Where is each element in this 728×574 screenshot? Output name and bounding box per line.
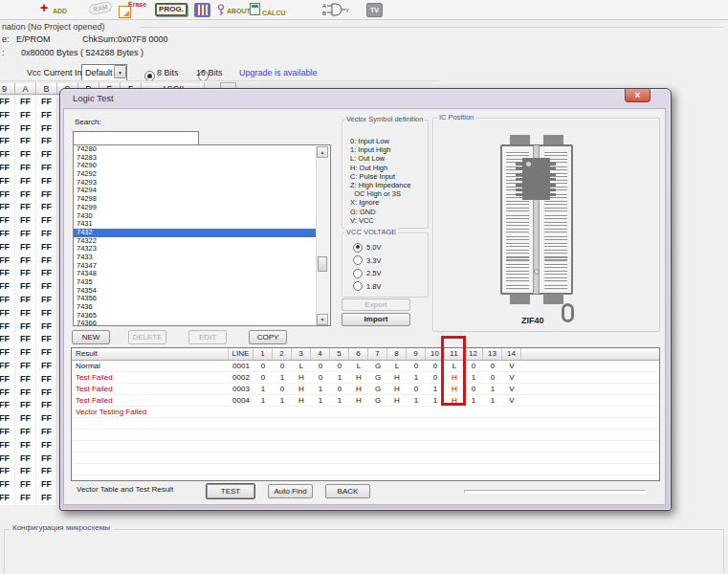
zif-tab bbox=[510, 294, 530, 304]
result-header-cell: LINE bbox=[229, 348, 254, 361]
hex-cell: FF bbox=[0, 399, 15, 412]
vcc-current-combobox[interactable]: Default ▼ bbox=[81, 64, 127, 81]
size-prefix: : bbox=[2, 48, 5, 57]
chip-list-item[interactable]: 74290 bbox=[74, 162, 318, 170]
hex-cell: FF bbox=[36, 280, 57, 294]
back-button[interactable]: BACK bbox=[325, 484, 370, 498]
hex-cell: FF bbox=[0, 201, 15, 214]
hex-cell: FF bbox=[15, 122, 36, 136]
chip-list: 7428074283742907429274293742947429874299… bbox=[74, 145, 318, 325]
chip-list-item[interactable]: 74348 bbox=[74, 270, 318, 278]
auto-find-button[interactable]: Auto Find bbox=[268, 484, 313, 498]
scroll-up-icon[interactable]: ▴ bbox=[317, 146, 328, 158]
vcc-option[interactable]: 2.5V bbox=[353, 267, 381, 280]
toolbar: + ADD RAM Erase PROG. ABOUT CALCU A B Y … bbox=[0, 0, 728, 20]
chip-list-item[interactable]: 74323 bbox=[74, 245, 318, 254]
chip-list-item[interactable]: 74365 bbox=[74, 312, 318, 320]
chip-list-item[interactable]: 74356 bbox=[74, 295, 318, 303]
tv-button[interactable]: TV bbox=[366, 3, 383, 17]
chip-list-item[interactable]: 74299 bbox=[74, 204, 318, 212]
ram-button-disabled: RAM bbox=[88, 1, 113, 16]
chip-list-item[interactable]: 74366 bbox=[74, 320, 318, 325]
chip-list-item[interactable]: 74298 bbox=[74, 195, 318, 204]
result-value-cell: 0 bbox=[330, 361, 349, 371]
zif-lever bbox=[562, 303, 574, 322]
chip-list-item[interactable]: 74294 bbox=[74, 187, 318, 195]
result-value-cell: 1 bbox=[254, 384, 273, 394]
result-empty-row bbox=[72, 418, 659, 430]
scroll-thumb[interactable] bbox=[318, 256, 327, 272]
chip-list-item[interactable]: 7433 bbox=[74, 254, 318, 262]
result-value-cell: H bbox=[292, 372, 311, 383]
hex-cell: FF bbox=[0, 214, 15, 228]
hex-cell: FF bbox=[15, 214, 36, 228]
result-value-cell: 1 bbox=[464, 395, 483, 406]
hex-cell: FF bbox=[15, 294, 36, 307]
chip-socket-icon[interactable] bbox=[194, 3, 210, 17]
dropdown-arrow-icon[interactable]: ▼ bbox=[114, 65, 126, 78]
chip-list-item[interactable]: 7436 bbox=[74, 303, 318, 312]
new-button[interactable]: NEW bbox=[72, 330, 110, 344]
result-row[interactable]: Normal000100L00LGL00L00V bbox=[72, 361, 659, 372]
erase-button[interactable]: Erase bbox=[128, 1, 146, 8]
chip-list-item[interactable]: 74292 bbox=[74, 170, 318, 179]
hex-cell: FF bbox=[15, 492, 36, 505]
result-value-cell: G bbox=[368, 384, 387, 394]
result-value-cell: L bbox=[387, 361, 407, 371]
add-icon: + bbox=[40, 2, 48, 13]
chip-list-item[interactable]: 74293 bbox=[74, 179, 318, 188]
hex-cell: FF bbox=[15, 241, 36, 254]
vcc-option-label: 3.3V bbox=[366, 256, 381, 265]
close-button[interactable]: × bbox=[625, 89, 651, 102]
upgrade-link[interactable]: Upgrade is available bbox=[239, 68, 318, 77]
logic-gate-icon[interactable]: A B Y bbox=[322, 2, 351, 17]
vector-symbol-line: H: Out High bbox=[350, 164, 410, 172]
result-value-cell: L bbox=[292, 361, 311, 371]
chip-list-item[interactable]: 7432 bbox=[74, 229, 318, 237]
chip-list-item[interactable]: 74283 bbox=[74, 154, 318, 163]
copy-button[interactable]: COPY bbox=[249, 330, 287, 344]
result-cell: Test Failed bbox=[72, 384, 229, 394]
hex-cell: FF bbox=[15, 386, 36, 400]
hex-cell: FF bbox=[36, 267, 57, 280]
chip-listbox: 7428074283742907429274293742947429874299… bbox=[73, 144, 331, 326]
hex-cell: FF bbox=[15, 254, 36, 268]
chip-list-item[interactable]: 74354 bbox=[74, 287, 318, 296]
result-row[interactable]: Test Failed000201H01HGH10H10V bbox=[72, 372, 659, 384]
hex-cell: FF bbox=[0, 188, 15, 202]
hex-cell: FF bbox=[36, 109, 57, 122]
prog-button[interactable]: PROG. bbox=[155, 3, 188, 16]
chip-list-item[interactable]: 7435 bbox=[74, 278, 318, 287]
result-value-cell: G bbox=[368, 361, 387, 371]
hex-cell: FF bbox=[36, 122, 57, 136]
hex-cell: FF bbox=[0, 241, 15, 254]
result-value-cell: H bbox=[387, 384, 407, 394]
hex-cell: FF bbox=[36, 148, 57, 162]
result-row[interactable]: Vector Testing Failed bbox=[72, 407, 659, 418]
chip-list-item[interactable]: 7431 bbox=[74, 220, 318, 229]
scroll-down-icon[interactable]: ▾ bbox=[317, 314, 328, 325]
result-row[interactable]: Test Failed000411H11HGH11H11V bbox=[72, 395, 659, 407]
result-line-cell: 0004 bbox=[229, 395, 254, 406]
test-button[interactable]: TEST bbox=[206, 483, 255, 499]
chip-list-item[interactable]: 74322 bbox=[74, 237, 318, 246]
hex-cell: FF bbox=[15, 453, 36, 466]
hex-cell: FF bbox=[15, 280, 36, 294]
chip-list-item[interactable]: 74347 bbox=[74, 262, 318, 271]
about-button[interactable]: ABOUT bbox=[227, 8, 251, 14]
result-header-cell: 12 bbox=[464, 348, 483, 361]
add-button[interactable]: ADD bbox=[53, 8, 67, 14]
result-header-cell: 4 bbox=[311, 348, 330, 361]
calcu-button[interactable]: CALCU bbox=[262, 10, 286, 16]
result-row[interactable]: Test Failed000310H10HGH01H01V bbox=[72, 384, 659, 395]
hex-cell: FF bbox=[0, 96, 15, 109]
hex-cell: FF bbox=[36, 333, 57, 346]
list-scrollbar[interactable]: ▴ ▾ bbox=[316, 146, 329, 325]
vcc-option[interactable]: 3.3V bbox=[353, 254, 381, 268]
import-button[interactable]: Import bbox=[342, 313, 410, 326]
vcc-option[interactable]: 1.8V bbox=[353, 280, 381, 294]
hex-cell: FF bbox=[36, 478, 57, 492]
chip-list-item[interactable]: 74280 bbox=[74, 145, 318, 154]
chip-list-item[interactable]: 7430 bbox=[74, 212, 318, 221]
vcc-option[interactable]: 5.0V bbox=[353, 241, 381, 254]
